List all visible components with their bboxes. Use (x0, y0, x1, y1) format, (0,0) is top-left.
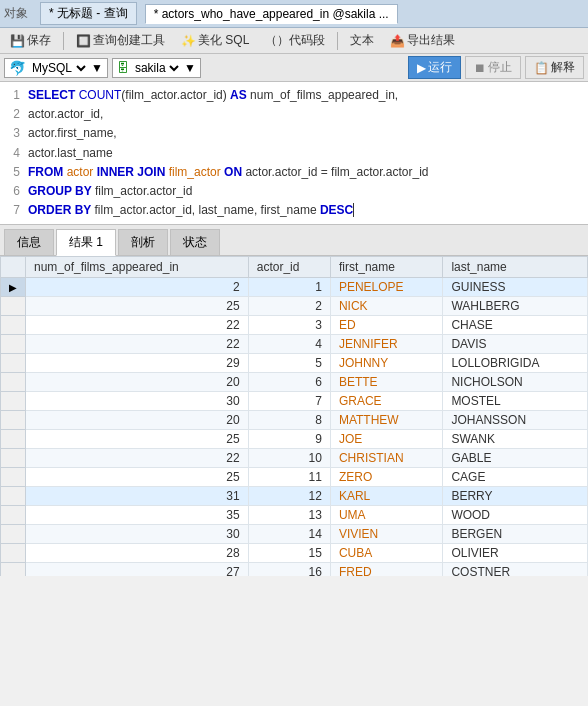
cell-first: NICK (330, 297, 442, 316)
row-indicator (1, 297, 26, 316)
col-header-first: first_name (330, 257, 442, 278)
table-row: 29 5 JOHNNY LOLLOBRIGIDA (1, 354, 588, 373)
cell-num: 35 (26, 506, 249, 525)
cell-last: NICHOLSON (443, 373, 588, 392)
editor-line-2: 2 actor.actor_id, (0, 105, 588, 124)
query-builder-button[interactable]: 🔲 查询创建工具 (70, 30, 171, 51)
line-num-7: 7 (4, 201, 28, 220)
cell-last: COSTNER (443, 563, 588, 577)
cell-id: 7 (248, 392, 330, 411)
sql-editor[interactable]: 1 SELECT COUNT(film_actor.actor_id) AS n… (0, 82, 588, 225)
table-row: 20 8 MATTHEW JOHANSSON (1, 411, 588, 430)
explain-button[interactable]: 📋 解释 (525, 56, 584, 79)
tab-status[interactable]: 状态 (170, 229, 220, 255)
brush-icon: ✨ (181, 34, 196, 48)
db-type-dropdown[interactable]: MySQL (28, 60, 89, 76)
sep1 (63, 32, 64, 50)
tab-result1[interactable]: 结果 1 (56, 229, 116, 256)
run-button[interactable]: ▶ 运行 (408, 56, 461, 79)
schema-select[interactable]: 🗄 sakila ▼ (112, 58, 201, 78)
tab-untitled[interactable]: * 无标题 - 查询 (40, 2, 137, 25)
result-tabs: 信息 结果 1 剖析 状态 (0, 225, 588, 256)
col-header-last: last_name (443, 257, 588, 278)
cell-id: 8 (248, 411, 330, 430)
cell-id: 15 (248, 544, 330, 563)
cell-id: 10 (248, 449, 330, 468)
explain-icon: 📋 (534, 61, 549, 75)
line-num-3: 3 (4, 124, 28, 143)
cell-first: UMA (330, 506, 442, 525)
cell-num: 27 (26, 563, 249, 577)
cell-first: GRACE (330, 392, 442, 411)
cell-first: CUBA (330, 544, 442, 563)
cell-last: BERGEN (443, 525, 588, 544)
code-snippets-button[interactable]: （）代码段 (259, 30, 331, 51)
cell-last: WAHLBERG (443, 297, 588, 316)
table-row: 22 4 JENNIFER DAVIS (1, 335, 588, 354)
cell-first: ED (330, 316, 442, 335)
cell-num: 28 (26, 544, 249, 563)
toolbar1: 💾 保存 🔲 查询创建工具 ✨ 美化 SQL （）代码段 文本 📤 导出结果 (0, 28, 588, 54)
cell-id: 16 (248, 563, 330, 577)
editor-line-7: 7 ORDER BY film_actor.actor_id, last_nam… (0, 201, 588, 220)
cell-first: BETTE (330, 373, 442, 392)
cell-num: 25 (26, 468, 249, 487)
cell-id: 4 (248, 335, 330, 354)
cell-first: CHRISTIAN (330, 449, 442, 468)
row-indicator (1, 392, 26, 411)
sep2 (337, 32, 338, 50)
line-num-5: 5 (4, 163, 28, 182)
line-content-6: GROUP BY film_actor.actor_id (28, 182, 192, 201)
cell-id: 1 (248, 278, 330, 297)
cell-num: 20 (26, 411, 249, 430)
schema-dropdown[interactable]: sakila (131, 60, 182, 76)
cell-last: MOSTEL (443, 392, 588, 411)
table-row: 30 14 VIVIEN BERGEN (1, 525, 588, 544)
cell-id: 9 (248, 430, 330, 449)
stop-button[interactable]: ⏹ 停止 (465, 56, 521, 79)
save-button[interactable]: 💾 保存 (4, 30, 57, 51)
line-num-4: 4 (4, 144, 28, 163)
object-label: 对象 (4, 5, 32, 22)
tab-profile[interactable]: 剖析 (118, 229, 168, 255)
row-indicator: ▶ (1, 278, 26, 297)
cell-num: 30 (26, 392, 249, 411)
schema-icon: 🗄 (117, 61, 129, 75)
cell-num: 22 (26, 335, 249, 354)
save-icon: 💾 (10, 34, 25, 48)
row-indicator-header (1, 257, 26, 278)
cell-id: 3 (248, 316, 330, 335)
tab-info[interactable]: 信息 (4, 229, 54, 255)
run-icon: ▶ (417, 61, 426, 75)
cell-first: JOHNNY (330, 354, 442, 373)
cell-first: FRED (330, 563, 442, 577)
stop-icon: ⏹ (474, 61, 486, 75)
db-type-select[interactable]: 🐬 MySQL ▼ (4, 58, 108, 78)
result-table-wrap[interactable]: num_of_films_appeared_in actor_id first_… (0, 256, 588, 576)
export-icon: 📤 (390, 34, 405, 48)
row-indicator (1, 354, 26, 373)
row-indicator (1, 373, 26, 392)
tab-actors[interactable]: * actors_who_have_appeared_in @sakila ..… (145, 4, 398, 24)
row-indicator (1, 430, 26, 449)
row-indicator (1, 563, 26, 577)
export-results-button[interactable]: 📤 导出结果 (384, 30, 461, 51)
beautify-button[interactable]: ✨ 美化 SQL (175, 30, 255, 51)
cell-num: 25 (26, 430, 249, 449)
table-row: 20 6 BETTE NICHOLSON (1, 373, 588, 392)
col-header-num: num_of_films_appeared_in (26, 257, 249, 278)
text-button[interactable]: 文本 (344, 30, 380, 51)
table-row: 25 11 ZERO CAGE (1, 468, 588, 487)
cell-first: JENNIFER (330, 335, 442, 354)
cell-num: 25 (26, 297, 249, 316)
table-row: 28 15 CUBA OLIVIER (1, 544, 588, 563)
editor-line-1: 1 SELECT COUNT(film_actor.actor_id) AS n… (0, 86, 588, 105)
row-indicator (1, 468, 26, 487)
table-row: 30 7 GRACE MOSTEL (1, 392, 588, 411)
cell-last: WOOD (443, 506, 588, 525)
cell-first: MATTHEW (330, 411, 442, 430)
title-bar: 对象 * 无标题 - 查询 * actors_who_have_appeared… (0, 0, 588, 28)
line-content-1: SELECT COUNT(film_actor.actor_id) AS num… (28, 86, 398, 105)
line-num-1: 1 (4, 86, 28, 105)
cell-id: 11 (248, 468, 330, 487)
